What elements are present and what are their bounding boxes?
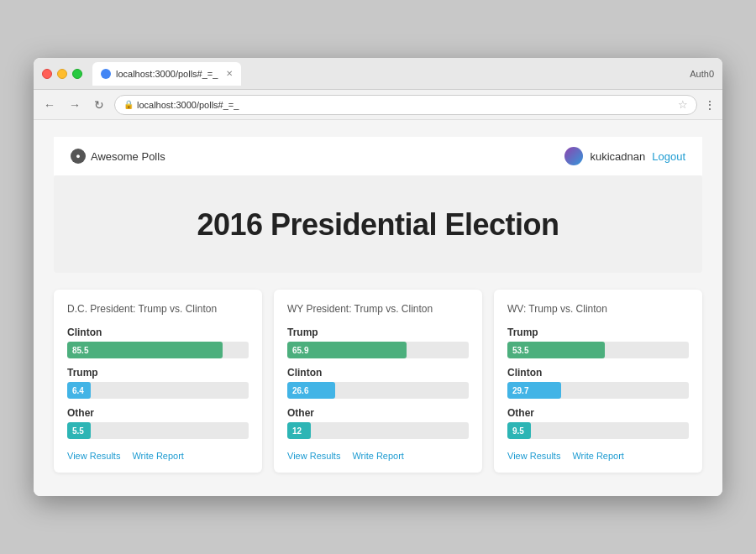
- hero-banner: 2016 Presidential Election: [54, 175, 702, 273]
- menu-icon[interactable]: ⋮: [704, 98, 716, 112]
- forward-button[interactable]: →: [66, 97, 84, 113]
- maximize-button[interactable]: [72, 69, 82, 79]
- card-footer: View ResultsWrite Report: [287, 451, 469, 461]
- write-report-button[interactable]: Write Report: [132, 451, 184, 461]
- bar-track: 26.6: [287, 382, 469, 399]
- candidate-section-1: Trump6.4: [67, 367, 249, 399]
- url-bar[interactable]: 🔒 localhost:3000/polls#_=_ ☆: [114, 95, 697, 115]
- poll-card-1: WY President: Trump vs. ClintonTrump65.9…: [274, 290, 482, 473]
- back-button[interactable]: ←: [40, 97, 59, 113]
- brand-icon: ●: [71, 149, 86, 164]
- candidate-section-0: Trump65.9: [287, 327, 469, 358]
- poll-card-0: D.C. President: Trump vs. ClintonClinton…: [54, 290, 262, 473]
- candidate-section-2: Other12: [287, 407, 469, 439]
- app-navbar: ● Awesome Polls kukicadnan Logout: [54, 137, 702, 175]
- candidate-section-2: Other9.5: [507, 407, 689, 439]
- bar-track: 6.4: [67, 382, 249, 399]
- write-report-button[interactable]: Write Report: [352, 451, 404, 461]
- avatar: [564, 147, 583, 165]
- bar-fill: 6.4: [67, 382, 91, 399]
- logout-button[interactable]: Logout: [652, 150, 685, 163]
- bar-track: 29.7: [507, 382, 689, 399]
- tab-favicon: [101, 69, 111, 79]
- bar-fill: 65.9: [287, 342, 407, 358]
- view-results-button[interactable]: View Results: [507, 451, 560, 461]
- card-footer: View ResultsWrite Report: [507, 451, 689, 461]
- candidate-section-1: Clinton26.6: [287, 367, 469, 399]
- app-brand: ● Awesome Polls: [71, 149, 165, 164]
- browser-window: localhost:3000/polls#_=_ ✕ Auth0 ← → ↻ 🔒…: [34, 58, 722, 496]
- candidate-name: Clinton: [287, 367, 469, 379]
- hero-title: 2016 Presidential Election: [71, 207, 685, 243]
- write-report-button[interactable]: Write Report: [572, 451, 624, 461]
- traffic-lights: [42, 69, 82, 79]
- bar-fill: 9.5: [507, 422, 531, 439]
- username: kukicadnan: [590, 150, 645, 163]
- bar-track: 53.5: [507, 342, 689, 358]
- candidate-section-0: Trump53.5: [507, 327, 689, 358]
- titlebar: localhost:3000/polls#_=_ ✕ Auth0: [34, 58, 722, 90]
- bar-track: 12: [287, 422, 469, 439]
- minimize-button[interactable]: [57, 69, 67, 79]
- addressbar: ← → ↻ 🔒 localhost:3000/polls#_=_ ☆ ⋮: [34, 90, 722, 120]
- bar-track: 65.9: [287, 342, 469, 358]
- candidate-name: Other: [507, 407, 689, 419]
- user-area: kukicadnan Logout: [564, 147, 685, 165]
- bar-fill: 12: [287, 422, 311, 439]
- candidate-name: Trump: [287, 327, 469, 338]
- bar-track: 9.5: [507, 422, 689, 439]
- tab-bar: localhost:3000/polls#_=_ ✕: [92, 62, 690, 86]
- brand-name: Awesome Polls: [91, 150, 165, 163]
- close-button[interactable]: [42, 69, 52, 79]
- page-content: ● Awesome Polls kukicadnan Logout 2016 P…: [34, 120, 722, 496]
- active-tab[interactable]: localhost:3000/polls#_=_ ✕: [92, 62, 241, 86]
- poll-card-2: WV: Trump vs. ClintonTrump53.5Clinton29.…: [494, 290, 702, 473]
- bookmark-icon[interactable]: ☆: [678, 98, 688, 111]
- view-results-button[interactable]: View Results: [67, 451, 120, 461]
- bar-track: 85.5: [67, 342, 249, 358]
- candidate-section-1: Clinton29.7: [507, 367, 689, 399]
- tab-close-icon[interactable]: ✕: [226, 69, 233, 78]
- candidate-name: Other: [287, 407, 469, 419]
- bar-fill: 53.5: [507, 342, 605, 358]
- reload-button[interactable]: ↻: [91, 97, 108, 113]
- candidate-name: Clinton: [67, 327, 249, 338]
- cards-grid: D.C. President: Trump vs. ClintonClinton…: [54, 290, 702, 473]
- candidate-name: Clinton: [507, 367, 689, 379]
- bar-fill: 85.5: [67, 342, 223, 358]
- candidate-section-2: Other5.5: [67, 407, 249, 439]
- bar-fill: 5.5: [67, 422, 91, 439]
- card-title: WV: Trump vs. Clinton: [507, 303, 689, 315]
- card-footer: View ResultsWrite Report: [67, 451, 249, 461]
- candidate-name: Trump: [507, 327, 689, 338]
- bar-track: 5.5: [67, 422, 249, 439]
- card-title: D.C. President: Trump vs. Clinton: [67, 303, 249, 315]
- view-results-button[interactable]: View Results: [287, 451, 340, 461]
- auth0-label: Auth0: [690, 69, 714, 79]
- candidate-section-0: Clinton85.5: [67, 327, 249, 358]
- bar-fill: 26.6: [287, 382, 335, 399]
- url-text: localhost:3000/polls#_=_: [137, 100, 239, 110]
- lock-icon: 🔒: [123, 100, 134, 109]
- tab-label: localhost:3000/polls#_=_: [116, 69, 218, 79]
- card-title: WY President: Trump vs. Clinton: [287, 303, 469, 315]
- candidate-name: Trump: [67, 367, 249, 379]
- candidate-name: Other: [67, 407, 249, 419]
- bar-fill: 29.7: [507, 382, 561, 399]
